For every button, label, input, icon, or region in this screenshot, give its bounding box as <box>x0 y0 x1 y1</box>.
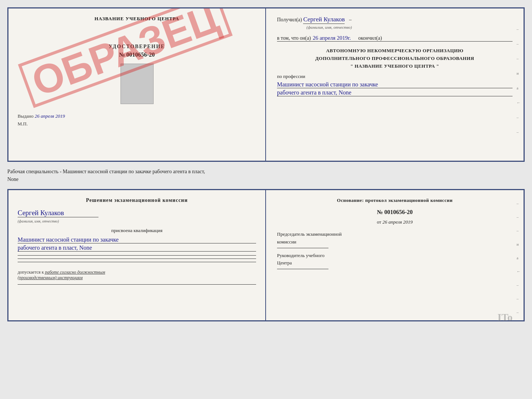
name-block: Сергей Кулаков (фамилия, имя, отчество) <box>18 209 256 224</box>
page-wrapper: НАЗВАНИЕ УЧЕБНОГО ЦЕНТРА ОБРАЗЕЦ УДОСТОВ… <box>7 7 525 321</box>
protocol-number: № 0010656-20 <box>277 209 513 215</box>
ot-prefix: от <box>377 219 381 225</box>
vydano-label: Выдано <box>18 113 33 119</box>
separator-1 <box>18 255 256 256</box>
po-professii-label: по профессии <box>277 74 513 79</box>
doc-left-panel: НАЗВАНИЕ УЧЕБНОГО ЦЕНТРА ОБРАЗЕЦ УДОСТОВ… <box>8 8 266 161</box>
udostoverenie-block: УДОСТОВЕРЕНИЕ № 0010656-20 <box>109 44 165 58</box>
poluchil-prefix: Получил(а) <box>277 17 302 22</box>
rukovoditel-line1: Руководитель учебного <box>277 252 513 260</box>
bottom-profession-line2: рабочего агента в пласт, None <box>18 245 256 252</box>
recipient-hint: (фамилия, имя, отчество) <box>306 25 513 29</box>
okonchil-label: окончил(а) <box>358 35 382 41</box>
vtom-prefix: в том, что он(а) <box>277 35 311 41</box>
predsedatel-line1: Председатель экзаменационной <box>277 231 513 238</box>
org-line3: " НАЗВАНИЕ УЧЕБНОГО ЦЕНТРА " <box>277 63 513 70</box>
profession-line1-top: Машинист насосной станции по закачке <box>277 81 513 88</box>
dopuskaetsya-text: работе согласно должностным <box>45 270 105 275</box>
top-document: НАЗВАНИЕ УЧЕБНОГО ЦЕНТРА ОБРАЗЕЦ УДОСТОВ… <box>7 7 525 162</box>
right-dashes-top: – – – и а ← – – <box>517 27 521 134</box>
poluchil-line: Получил(а) Сергей Кулаков – <box>277 16 513 23</box>
predsedatel-block: Председатель экзаменационной комиссии <box>277 231 513 248</box>
org-line1: АВТОНОМНУЮ НЕКОММЕРЧЕСКУЮ ОРГАНИЗАЦИЮ <box>277 47 513 55</box>
right-dashes-bottom: – – – и а ← – – – <box>517 201 521 314</box>
bottom-profession-line1: Машинист насосной станции по закачке <box>18 236 256 243</box>
bottom-lines <box>18 255 256 262</box>
osnovanie-title: Основание: протокол экзаменационной коми… <box>277 197 513 203</box>
dopuskaetsya-block: допускается к работе согласно должностны… <box>18 270 256 281</box>
predsedatel-signature-line <box>277 248 328 248</box>
org-line2: ДОПОЛНИТЕЛЬНОГО ПРОФЕССИОНАЛЬНОГО ОБРАЗО… <box>277 55 513 63</box>
udostoverenie-title: УДОСТОВЕРЕНИЕ <box>109 44 165 50</box>
recipient-name: Сергей Кулаков <box>303 16 345 24</box>
separator-3 <box>18 262 256 262</box>
bottom-right-panel: Основание: протокол экзаменационной коми… <box>266 190 524 320</box>
bottom-left-panel: Решением экзаменационной комиссии Сергей… <box>8 190 266 320</box>
dopuskaetsya-text2: (производственным) инструкциям <box>18 275 83 280</box>
rukovoditel-block: Руководитель учебного Центра <box>277 252 513 270</box>
bottom-name-hint: (фамилия, имя, отчество) <box>18 219 59 223</box>
separator-bottom <box>18 284 256 285</box>
bottom-recipient-name: Сергей Кулаков <box>18 209 98 217</box>
vtom-date: 26 апреля 2019г. <box>313 35 351 41</box>
org-block: АВТОНОМНУЮ НЕКОММЕРЧЕСКУЮ ОРГАНИЗАЦИЮ ДО… <box>277 47 513 70</box>
dopuskaetsya-prefix: допускается к <box>18 270 44 275</box>
middle-text-line1: Рабочая специальность - Машинист насосно… <box>7 169 205 174</box>
training-center-title-left: НАЗВАНИЕ УЧЕБНОГО ЦЕНТРА <box>94 16 179 22</box>
profession-block-top: Машинист насосной станции по закачке раб… <box>277 81 513 96</box>
doc-right-panel: Получил(а) Сергей Кулаков – (фамилия, им… <box>266 8 524 161</box>
cert-number-left: № 0010656-20 <box>109 51 165 58</box>
ito-mark: ITo <box>497 311 513 323</box>
profession-block-bottom: Машинист насосной станции по закачке раб… <box>18 236 256 252</box>
vtom-line: в том, что он(а) 26 апреля 2019г. окончи… <box>277 35 513 42</box>
vydano-date: 26 апреля 2019 <box>35 113 65 119</box>
bottom-document: Решением экзаменационной комиссии Сергей… <box>7 189 525 321</box>
middle-text-line2: None <box>7 177 18 182</box>
resheniem-title: Решением экзаменационной комиссии <box>18 197 256 203</box>
rukovoditel-signature-line <box>277 269 328 269</box>
ot-date-block: от 26 апреля 2019 <box>277 219 513 225</box>
rukovoditel-line2: Центра <box>277 259 513 267</box>
prisvoena-label: присвоена квалификация <box>18 228 256 234</box>
vydano-line: Выдано 26 апреля 2019 <box>18 113 256 119</box>
separator-2 <box>18 259 256 259</box>
mp-label: М.П. <box>18 121 28 127</box>
ot-date: 26 апреля 2019 <box>382 219 413 225</box>
middle-text: Рабочая специальность - Машинист насосно… <box>7 165 525 186</box>
profession-line2-top: рабочего агента в пласт, None <box>277 89 513 96</box>
photo-placeholder <box>121 64 154 104</box>
predsedatel-line2: комиссии <box>277 238 513 246</box>
